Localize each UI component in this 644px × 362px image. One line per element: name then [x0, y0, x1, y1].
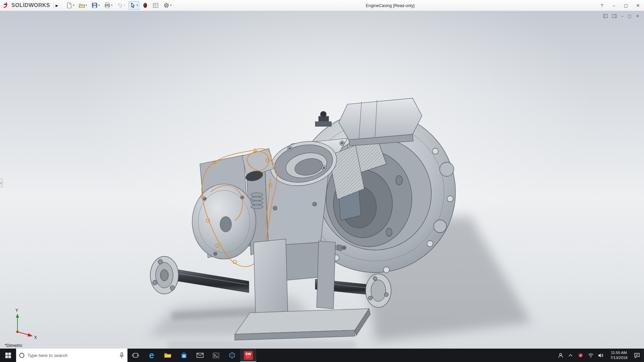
- engine-casing-model[interactable]: [0, 11, 644, 349]
- people-button[interactable]: [555, 349, 566, 362]
- settings-button[interactable]: ▾: [162, 1, 173, 10]
- edge-button[interactable]: e: [144, 349, 160, 362]
- window-controls: ? – ▢ ✕: [596, 0, 644, 11]
- menu-expand-button[interactable]: ▶: [53, 1, 60, 9]
- task-view-button[interactable]: [127, 349, 144, 362]
- store-button[interactable]: [176, 349, 192, 362]
- axis-y-label: Y: [15, 308, 18, 313]
- solidworks-taskbar-button[interactable]: SW 2017: [240, 349, 256, 362]
- volume-icon: [598, 353, 604, 358]
- open-document-button[interactable]: ▾: [77, 1, 88, 10]
- antivirus-icon: [578, 353, 583, 358]
- task-view-icon: [132, 353, 139, 358]
- action-center-button[interactable]: [632, 349, 642, 362]
- help-button[interactable]: ?: [596, 0, 608, 11]
- file-explorer-icon: [164, 352, 171, 358]
- start-button[interactable]: [0, 349, 16, 362]
- task-pane-handle[interactable]: [0, 179, 3, 187]
- doc-minimize-button[interactable]: –: [621, 14, 624, 18]
- chevron-down-icon[interactable]: ▾: [170, 4, 171, 7]
- options-sheet-button[interactable]: [151, 1, 160, 10]
- volume-button[interactable]: [596, 349, 606, 362]
- select-tool-button[interactable]: ▾: [128, 1, 139, 10]
- antivirus-button[interactable]: [576, 349, 586, 362]
- microphone-icon[interactable]: [119, 352, 124, 358]
- left-support-rod[interactable]: [150, 256, 249, 294]
- chevron-up-icon: [569, 354, 573, 357]
- taskbar-search[interactable]: [16, 349, 127, 362]
- chevron-down-icon[interactable]: ▾: [124, 4, 125, 7]
- view-orientation-label: *Dimetric: [5, 343, 22, 348]
- system-tray: 11:55 AM 7/13/2018: [555, 349, 644, 362]
- orientation-triad: Y X: [3, 307, 40, 339]
- action-center-icon: [634, 353, 640, 358]
- save-button[interactable]: ▾: [90, 1, 101, 10]
- edge-icon: e: [149, 351, 154, 360]
- hex-app-button[interactable]: [224, 349, 240, 362]
- brand-name: SOLIDWORKS: [11, 2, 50, 8]
- document-title: EngineCasing [Read-only]: [366, 0, 414, 11]
- main-toolbar: ▾ ▾ ▾ ▾: [65, 1, 173, 10]
- maximize-button[interactable]: ▢: [620, 0, 632, 11]
- axis-x-label: X: [34, 335, 37, 339]
- print-button[interactable]: ▾: [103, 1, 114, 10]
- pane-right-icon[interactable]: [612, 14, 617, 18]
- store-icon: [181, 352, 187, 359]
- hex-app-icon: [229, 352, 235, 359]
- windows-taskbar: e SW: [0, 349, 644, 362]
- network-icon: [588, 353, 594, 358]
- save-icon: [92, 2, 98, 8]
- solidworks-app-icon: SW 2017: [244, 351, 253, 360]
- windows-logo-icon: [5, 353, 11, 358]
- gear-icon: [163, 2, 169, 8]
- doc-close-button[interactable]: ✕: [636, 14, 639, 18]
- clock-time: 11:55 AM: [611, 350, 627, 355]
- mail-button[interactable]: [192, 349, 208, 362]
- close-button[interactable]: ✕: [632, 0, 644, 11]
- pane-left-icon[interactable]: [603, 14, 608, 18]
- graphics-viewport[interactable]: – ▢ ✕ Y X *Dimetric: [0, 11, 644, 349]
- network-button[interactable]: [586, 349, 596, 362]
- options-sheet-icon: [153, 2, 159, 8]
- cortana-icon: [19, 352, 25, 358]
- terminal-button[interactable]: [208, 349, 224, 362]
- print-icon: [104, 2, 110, 8]
- render-tools-button[interactable]: [141, 1, 149, 10]
- app-titlebar: SOLIDWORKS ▶ ▾ ▾ ▾: [0, 0, 644, 11]
- new-document-icon: [66, 2, 72, 8]
- minimize-button[interactable]: –: [608, 0, 620, 11]
- undo-icon: [117, 2, 123, 8]
- show-desktop-button[interactable]: [642, 349, 644, 362]
- new-document-button[interactable]: ▾: [65, 1, 75, 10]
- file-explorer-button[interactable]: [160, 349, 176, 362]
- solidworks-logo: SOLIDWORKS: [0, 2, 53, 9]
- mail-icon: [197, 353, 204, 358]
- render-tools-icon: [143, 2, 148, 8]
- document-window-controls: – ▢ ✕: [603, 14, 639, 18]
- chevron-down-icon[interactable]: ▾: [86, 4, 87, 7]
- people-icon: [558, 353, 564, 358]
- terminal-icon: [213, 353, 219, 358]
- search-input[interactable]: [28, 353, 117, 358]
- ds-logo-icon: [3, 2, 10, 9]
- chevron-down-icon[interactable]: ▾: [137, 4, 138, 7]
- chevron-down-icon[interactable]: ▾: [111, 4, 112, 7]
- hidden-icons-button[interactable]: [566, 349, 576, 362]
- undo-button[interactable]: ▾: [116, 1, 126, 10]
- doc-restore-button[interactable]: ▢: [628, 14, 632, 18]
- select-cursor-icon: [130, 2, 136, 8]
- chevron-down-icon[interactable]: ▾: [73, 4, 74, 7]
- clock-date: 7/13/2018: [610, 355, 627, 360]
- taskbar-clock[interactable]: 11:55 AM 7/13/2018: [606, 349, 632, 362]
- open-document-icon: [79, 2, 85, 8]
- chevron-down-icon[interactable]: ▾: [98, 4, 100, 7]
